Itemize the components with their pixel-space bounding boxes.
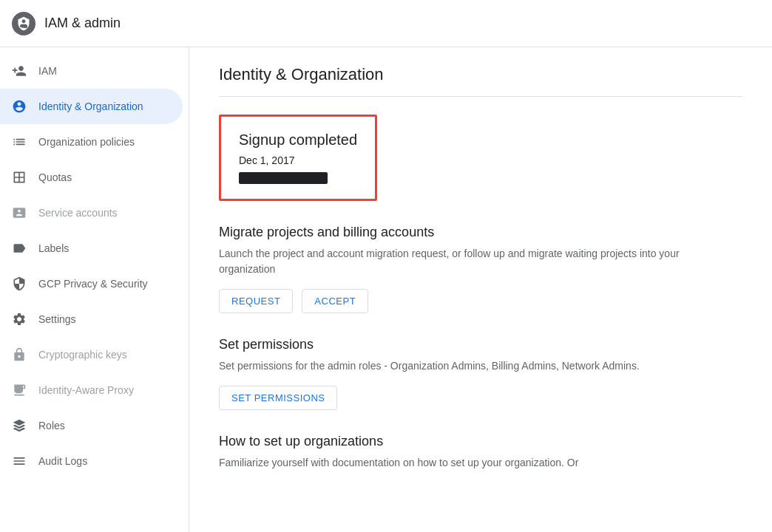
sidebar-item-roles-label: Roles [38, 420, 65, 432]
list-icon [12, 134, 27, 149]
sidebar-item-quotas[interactable]: Quotas [0, 160, 183, 195]
sidebar-item-identity-org[interactable]: Identity & Organization [0, 89, 183, 124]
sidebar-item-identity-aware[interactable]: Identity-Aware Proxy [0, 372, 183, 408]
section-setup-desc: Familiarize yourself with documentation … [219, 455, 692, 471]
list-lines-icon [12, 454, 27, 468]
page-title: Identity & Organization [219, 65, 742, 97]
sidebar: IAM Identity & Organization Organization… [0, 47, 189, 532]
set-permissions-button[interactable]: SET PERMISSIONS [219, 386, 337, 410]
person-add-icon [12, 64, 27, 78]
sidebar-item-crypto-keys[interactable]: Cryptographic keys [0, 337, 183, 372]
app-title: IAM & admin [44, 16, 121, 31]
main-content: Identity & Organization Signup completed… [189, 47, 772, 532]
sidebar-item-quotas-label: Quotas [38, 171, 72, 183]
sidebar-item-labels[interactable]: Labels [0, 231, 183, 266]
signup-date: Dec 1, 2017 [239, 154, 357, 166]
accept-button[interactable]: ACCEPT [302, 289, 368, 313]
section-permissions: Set permissions Set permissions for the … [219, 337, 742, 410]
section-permissions-title: Set permissions [219, 337, 742, 352]
sidebar-item-org-policies-label: Organization policies [38, 136, 135, 148]
sidebar-item-labels-label: Labels [38, 242, 69, 254]
signup-redacted-value [239, 172, 328, 184]
sidebar-item-identity-aware-label: Identity-Aware Proxy [38, 384, 134, 396]
sidebar-item-iam[interactable]: IAM [0, 53, 183, 89]
section-migrate-title: Migrate projects and billing accounts [219, 225, 742, 240]
signup-card: Signup completed Dec 1, 2017 [219, 115, 377, 201]
request-button[interactable]: REQUEST [219, 289, 293, 313]
sidebar-item-iam-label: IAM [38, 65, 57, 77]
sidebar-item-service-accounts[interactable]: Service accounts [0, 195, 183, 231]
sidebar-item-identity-org-label: Identity & Organization [38, 100, 143, 112]
section-migrate: Migrate projects and billing accounts La… [219, 225, 742, 313]
sidebar-item-roles[interactable]: Roles [0, 408, 183, 443]
migrate-button-row: REQUEST ACCEPT [219, 289, 742, 313]
gear-icon [12, 312, 27, 327]
permissions-button-row: SET PERMISSIONS [219, 386, 742, 410]
layers-icon [12, 418, 27, 433]
lock-shield-icon [12, 347, 27, 362]
grid-icon [12, 170, 27, 185]
sidebar-item-settings[interactable]: Settings [0, 301, 183, 337]
label-icon [12, 241, 27, 256]
sidebar-item-gcp-privacy-label: GCP Privacy & Security [38, 278, 148, 290]
sidebar-item-gcp-privacy[interactable]: GCP Privacy & Security [0, 266, 183, 301]
service-icon [12, 205, 27, 220]
section-migrate-desc: Launch the project and account migration… [219, 246, 692, 277]
person-circle-icon [12, 99, 27, 114]
sidebar-item-crypto-keys-label: Cryptographic keys [38, 349, 127, 361]
sidebar-item-service-accounts-label: Service accounts [38, 207, 118, 219]
signup-title: Signup completed [239, 132, 357, 149]
sidebar-item-settings-label: Settings [38, 313, 76, 325]
section-setup-title: How to set up organizations [219, 434, 742, 449]
section-setup: How to set up organizations Familiarize … [219, 434, 742, 471]
sidebar-item-audit-logs-label: Audit Logs [38, 455, 87, 467]
app-icon [12, 12, 35, 35]
grid-lock-icon [12, 383, 27, 398]
section-permissions-desc: Set permissions for the admin roles - Or… [219, 358, 692, 374]
sidebar-item-org-policies[interactable]: Organization policies [0, 124, 183, 160]
sidebar-item-audit-logs[interactable]: Audit Logs [0, 443, 183, 479]
top-header: IAM & admin [0, 0, 772, 47]
layout: IAM Identity & Organization Organization… [0, 47, 772, 532]
shield-lock-icon [12, 276, 27, 291]
